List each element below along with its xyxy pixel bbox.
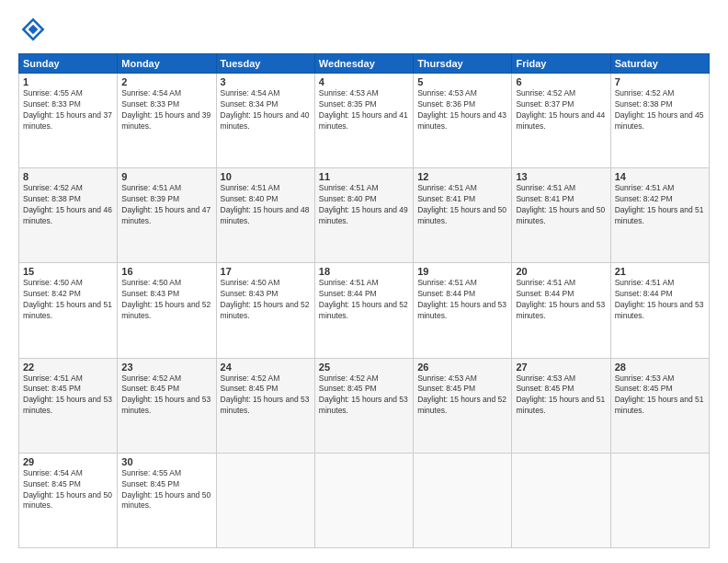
day-number: 29 — [23, 456, 113, 467]
calendar-cell: 18 Sunrise: 4:51 AMSunset: 8:44 PMDaylig… — [314, 263, 413, 358]
logo-icon — [18, 15, 48, 44]
day-number: 15 — [23, 266, 113, 277]
day-number: 8 — [23, 171, 113, 182]
day-info: Sunrise: 4:53 AMSunset: 8:36 PMDaylight:… — [417, 88, 507, 132]
logo — [18, 15, 51, 44]
calendar-cell: 4 Sunrise: 4:53 AMSunset: 8:35 PMDayligh… — [314, 74, 413, 168]
day-info: Sunrise: 4:54 AMSunset: 8:34 PMDaylight:… — [221, 88, 311, 132]
calendar-cell: 3 Sunrise: 4:54 AMSunset: 8:34 PMDayligh… — [216, 74, 314, 168]
calendar-cell: 13 Sunrise: 4:51 AMSunset: 8:41 PMDaylig… — [512, 168, 610, 263]
calendar-cell: 24 Sunrise: 4:52 AMSunset: 8:45 PMDaylig… — [216, 358, 314, 453]
day-number: 4 — [319, 76, 409, 87]
day-info: Sunrise: 4:51 AMSunset: 8:44 PMDaylight:… — [417, 278, 507, 322]
calendar-cell: 5 Sunrise: 4:53 AMSunset: 8:36 PMDayligh… — [414, 74, 512, 168]
calendar-cell: 2 Sunrise: 4:54 AMSunset: 8:33 PMDayligh… — [118, 74, 216, 168]
day-info: Sunrise: 4:51 AMSunset: 8:44 PMDaylight:… — [319, 278, 409, 322]
calendar-table: SundayMondayTuesdayWednesdayThursdayFrid… — [18, 53, 710, 548]
day-number: 28 — [615, 362, 705, 373]
col-header-sunday: Sunday — [19, 54, 118, 74]
day-number: 19 — [417, 266, 507, 277]
day-number: 16 — [121, 266, 211, 277]
calendar-week-1: 1 Sunrise: 4:55 AMSunset: 8:33 PMDayligh… — [19, 74, 710, 168]
calendar-cell: 16 Sunrise: 4:50 AMSunset: 8:43 PMDaylig… — [118, 263, 216, 358]
calendar-cell: 15 Sunrise: 4:50 AMSunset: 8:42 PMDaylig… — [19, 263, 118, 358]
day-number: 6 — [516, 76, 606, 87]
calendar-cell: 19 Sunrise: 4:51 AMSunset: 8:44 PMDaylig… — [414, 263, 512, 358]
day-info: Sunrise: 4:52 AMSunset: 8:37 PMDaylight:… — [516, 88, 606, 132]
day-info: Sunrise: 4:50 AMSunset: 8:43 PMDaylight:… — [221, 278, 311, 322]
day-info: Sunrise: 4:50 AMSunset: 8:42 PMDaylight:… — [23, 278, 113, 322]
day-number: 25 — [319, 362, 409, 373]
calendar-cell: 14 Sunrise: 4:51 AMSunset: 8:42 PMDaylig… — [610, 168, 709, 263]
day-info: Sunrise: 4:52 AMSunset: 8:45 PMDaylight:… — [121, 373, 211, 418]
calendar-cell: 27 Sunrise: 4:53 AMSunset: 8:45 PMDaylig… — [512, 358, 610, 453]
calendar-cell: 23 Sunrise: 4:52 AMSunset: 8:45 PMDaylig… — [118, 358, 216, 453]
col-header-thursday: Thursday — [414, 54, 512, 74]
day-info: Sunrise: 4:51 AMSunset: 8:41 PMDaylight:… — [516, 183, 606, 227]
day-number: 20 — [516, 266, 606, 277]
day-info: Sunrise: 4:54 AMSunset: 8:33 PMDaylight:… — [121, 88, 211, 132]
day-info: Sunrise: 4:51 AMSunset: 8:40 PMDaylight:… — [319, 183, 409, 227]
day-info: Sunrise: 4:53 AMSunset: 8:45 PMDaylight:… — [615, 373, 705, 418]
day-info: Sunrise: 4:52 AMSunset: 8:38 PMDaylight:… — [23, 183, 113, 227]
day-info: Sunrise: 4:52 AMSunset: 8:45 PMDaylight:… — [221, 373, 311, 418]
calendar-cell: 21 Sunrise: 4:51 AMSunset: 8:44 PMDaylig… — [610, 263, 709, 358]
day-number: 9 — [121, 171, 211, 182]
day-number: 18 — [319, 266, 409, 277]
calendar-cell: 10 Sunrise: 4:51 AMSunset: 8:40 PMDaylig… — [216, 168, 314, 263]
calendar-cell: 25 Sunrise: 4:52 AMSunset: 8:45 PMDaylig… — [314, 358, 413, 453]
day-info: Sunrise: 4:52 AMSunset: 8:38 PMDaylight:… — [615, 88, 705, 132]
day-number: 27 — [516, 362, 606, 373]
calendar-cell: 17 Sunrise: 4:50 AMSunset: 8:43 PMDaylig… — [216, 263, 314, 358]
calendar-cell: 1 Sunrise: 4:55 AMSunset: 8:33 PMDayligh… — [19, 74, 118, 168]
col-header-monday: Monday — [118, 54, 216, 74]
calendar-cell: 20 Sunrise: 4:51 AMSunset: 8:44 PMDaylig… — [512, 263, 610, 358]
col-header-tuesday: Tuesday — [216, 54, 314, 74]
calendar-cell — [414, 453, 512, 547]
calendar-cell — [216, 453, 314, 547]
calendar-cell: 6 Sunrise: 4:52 AMSunset: 8:37 PMDayligh… — [512, 74, 610, 168]
header — [18, 15, 710, 44]
day-info: Sunrise: 4:51 AMSunset: 8:40 PMDaylight:… — [221, 183, 311, 227]
calendar-cell: 7 Sunrise: 4:52 AMSunset: 8:38 PMDayligh… — [610, 74, 709, 168]
day-info: Sunrise: 4:51 AMSunset: 8:45 PMDaylight:… — [23, 373, 113, 418]
calendar-cell: 11 Sunrise: 4:51 AMSunset: 8:40 PMDaylig… — [314, 168, 413, 263]
calendar-cell: 30 Sunrise: 4:55 AMSunset: 8:45 PMDaylig… — [118, 453, 216, 547]
col-header-wednesday: Wednesday — [314, 54, 413, 74]
calendar-week-4: 22 Sunrise: 4:51 AMSunset: 8:45 PMDaylig… — [19, 358, 710, 453]
day-info: Sunrise: 4:53 AMSunset: 8:35 PMDaylight:… — [319, 88, 409, 132]
day-info: Sunrise: 4:51 AMSunset: 8:39 PMDaylight:… — [121, 183, 211, 227]
day-number: 5 — [417, 76, 507, 87]
col-header-friday: Friday — [512, 54, 610, 74]
day-number: 17 — [221, 266, 311, 277]
calendar-cell: 26 Sunrise: 4:53 AMSunset: 8:45 PMDaylig… — [414, 358, 512, 453]
calendar-week-5: 29 Sunrise: 4:54 AMSunset: 8:45 PMDaylig… — [19, 453, 710, 547]
calendar-cell: 28 Sunrise: 4:53 AMSunset: 8:45 PMDaylig… — [610, 358, 709, 453]
day-number: 1 — [23, 76, 113, 87]
calendar-cell: 8 Sunrise: 4:52 AMSunset: 8:38 PMDayligh… — [19, 168, 118, 263]
day-info: Sunrise: 4:54 AMSunset: 8:45 PMDaylight:… — [23, 468, 113, 512]
day-info: Sunrise: 4:51 AMSunset: 8:44 PMDaylight:… — [516, 278, 606, 322]
col-header-saturday: Saturday — [610, 54, 709, 74]
calendar-cell — [610, 453, 709, 547]
day-number: 12 — [417, 171, 507, 182]
calendar-week-2: 8 Sunrise: 4:52 AMSunset: 8:38 PMDayligh… — [19, 168, 710, 263]
calendar-cell — [314, 453, 413, 547]
day-info: Sunrise: 4:55 AMSunset: 8:33 PMDaylight:… — [23, 88, 113, 132]
day-info: Sunrise: 4:53 AMSunset: 8:45 PMDaylight:… — [417, 373, 507, 418]
day-number: 24 — [221, 362, 311, 373]
day-info: Sunrise: 4:51 AMSunset: 8:42 PMDaylight:… — [615, 183, 705, 227]
day-info: Sunrise: 4:50 AMSunset: 8:43 PMDaylight:… — [121, 278, 211, 322]
day-info: Sunrise: 4:52 AMSunset: 8:45 PMDaylight:… — [319, 373, 409, 418]
day-number: 22 — [23, 362, 113, 373]
calendar-cell: 9 Sunrise: 4:51 AMSunset: 8:39 PMDayligh… — [118, 168, 216, 263]
day-info: Sunrise: 4:51 AMSunset: 8:44 PMDaylight:… — [615, 278, 705, 322]
calendar-cell — [512, 453, 610, 547]
day-number: 23 — [121, 362, 211, 373]
day-number: 26 — [417, 362, 507, 373]
day-number: 10 — [221, 171, 311, 182]
day-number: 7 — [615, 76, 705, 87]
calendar-cell: 29 Sunrise: 4:54 AMSunset: 8:45 PMDaylig… — [19, 453, 118, 547]
calendar-week-3: 15 Sunrise: 4:50 AMSunset: 8:42 PMDaylig… — [19, 263, 710, 358]
page: SundayMondayTuesdayWednesdayThursdayFrid… — [0, 0, 728, 563]
